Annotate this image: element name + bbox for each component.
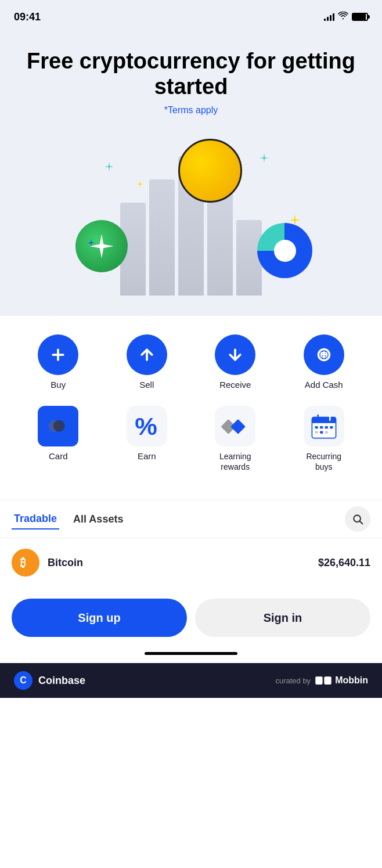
footer-right: curated by Mobbin	[275, 674, 368, 687]
learning-rewards-label: Learning rewards	[212, 451, 258, 472]
tabs-section: Tradable All Assets	[0, 500, 382, 538]
svg-rect-25	[325, 677, 331, 685]
blue-coin	[257, 223, 312, 278]
bitcoin-price: $26,640.11	[318, 557, 370, 569]
status-bar: 09:41	[0, 0, 382, 31]
action-learning-rewards[interactable]: Learning rewards	[212, 406, 258, 472]
action-receive[interactable]: Receive	[212, 334, 258, 390]
hero-title: Free cryptocurrency for getting started	[23, 49, 359, 99]
wifi-icon	[338, 12, 348, 22]
svg-rect-20	[325, 431, 327, 434]
receive-label: Receive	[219, 380, 251, 390]
asset-row[interactable]: ₿ Bitcoin $26,640.11	[0, 538, 382, 587]
add-cash-label: Add Cash	[305, 380, 343, 390]
svg-text:%: %	[135, 412, 157, 440]
action-sell[interactable]: Sell	[124, 334, 170, 390]
action-row-1: Buy Sell Receive	[14, 334, 368, 390]
tabs-left: Tradable All Assets	[12, 509, 125, 530]
earn-button[interactable]: %	[127, 406, 167, 446]
bitcoin-icon: ₿	[12, 549, 39, 577]
sell-label: Sell	[139, 380, 154, 390]
tabs-row: Tradable All Assets	[12, 506, 370, 532]
battery-icon	[352, 13, 368, 21]
action-card[interactable]: Card	[35, 406, 81, 472]
action-add-cash[interactable]: Add Cash	[301, 334, 347, 390]
asset-left: ₿ Bitcoin	[12, 549, 83, 577]
receive-button[interactable]	[215, 334, 255, 375]
svg-rect-9	[230, 419, 246, 434]
sell-button[interactable]	[127, 334, 167, 375]
buy-button[interactable]	[38, 334, 78, 375]
mobbin-text: Mobbin	[335, 675, 368, 686]
chart-bar-2	[149, 179, 175, 296]
recurring-buys-button[interactable]	[304, 406, 344, 446]
action-row-2: Card % Earn Learning rewards	[14, 406, 368, 472]
status-time: 09:41	[14, 11, 41, 23]
buy-label: Buy	[51, 380, 66, 390]
curated-by-text: curated by	[275, 676, 311, 685]
home-indicator	[0, 646, 382, 663]
mobbin-logo: Mobbin	[315, 674, 368, 687]
blue-coin-inner	[274, 240, 296, 262]
hero-terms: *Terms apply	[23, 105, 359, 116]
hero-section: Free cryptocurrency for getting started …	[0, 31, 382, 316]
actions-section: Buy Sell Receive	[0, 316, 382, 500]
earn-label: Earn	[138, 451, 156, 461]
svg-line-22	[360, 521, 363, 524]
sparkle-3	[289, 214, 301, 228]
svg-rect-19	[320, 431, 323, 434]
signin-button[interactable]: Sign in	[195, 599, 370, 637]
svg-text:₿: ₿	[20, 557, 26, 569]
add-cash-button[interactable]	[304, 334, 344, 375]
bitcoin-name: Bitcoin	[48, 557, 83, 569]
hero-illustration	[23, 127, 359, 296]
action-recurring-buys[interactable]: Recurring buys	[301, 406, 347, 472]
card-label: Card	[49, 451, 68, 461]
signal-icon	[324, 13, 334, 21]
tab-all-assets[interactable]: All Assets	[71, 510, 125, 529]
sparkle-1	[104, 162, 114, 174]
coinbase-logo-icon: C	[14, 671, 33, 690]
svg-rect-14	[315, 426, 318, 428]
signup-button[interactable]: Sign up	[12, 599, 187, 637]
sparkle-2	[260, 153, 269, 165]
recurring-buys-label: Recurring buys	[301, 451, 347, 472]
svg-rect-11	[312, 417, 336, 423]
action-buy[interactable]: Buy	[35, 334, 81, 390]
search-button[interactable]	[345, 506, 370, 532]
svg-rect-15	[320, 426, 323, 428]
learning-rewards-button[interactable]	[215, 406, 255, 446]
bottom-buttons: Sign up Sign in	[0, 587, 382, 646]
coinbase-app-name: Coinbase	[38, 675, 85, 687]
footer-left: C Coinbase	[14, 671, 85, 690]
status-icons	[324, 12, 368, 22]
yellow-coin	[178, 139, 242, 203]
footer-bar: C Coinbase curated by Mobbin	[0, 663, 382, 698]
svg-rect-24	[315, 677, 322, 685]
action-earn[interactable]: % Earn	[124, 406, 170, 472]
green-coin	[75, 220, 128, 272]
svg-rect-17	[330, 426, 333, 428]
card-button[interactable]	[38, 406, 78, 446]
sparkle-4	[87, 239, 95, 249]
home-bar	[145, 652, 237, 655]
sparkle-5	[136, 179, 143, 190]
svg-point-6	[53, 420, 65, 432]
svg-rect-16	[325, 426, 327, 428]
svg-rect-18	[315, 431, 318, 434]
tab-tradable[interactable]: Tradable	[12, 509, 59, 530]
chart-bar-4	[207, 191, 233, 296]
